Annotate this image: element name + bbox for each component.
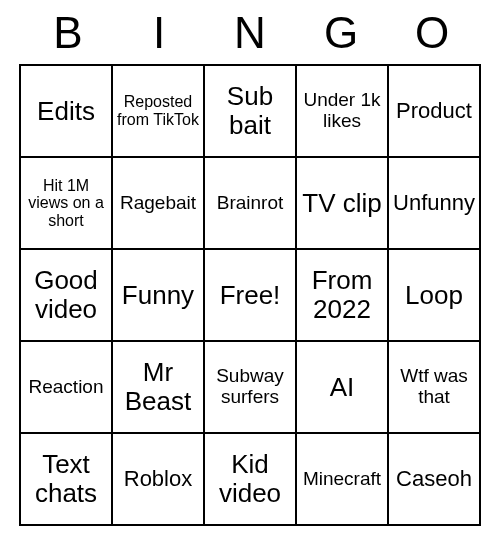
bingo-cell[interactable]: Subway surfers [204,341,296,433]
header-letter: B [38,8,98,58]
bingo-cell[interactable]: Edits [20,65,112,157]
bingo-cell-free[interactable]: Free! [204,249,296,341]
bingo-cell[interactable]: Reposted from TikTok [112,65,204,157]
bingo-cell[interactable]: Sub bait [204,65,296,157]
bingo-cell[interactable]: From 2022 [296,249,388,341]
bingo-cell[interactable]: Minecraft [296,433,388,525]
bingo-cell[interactable]: Hit 1M views on a short [20,157,112,249]
bingo-cell[interactable]: Caseoh [388,433,480,525]
bingo-header: B I N G O [20,8,480,64]
bingo-cell[interactable]: Loop [388,249,480,341]
header-letter: O [402,8,462,58]
bingo-cell[interactable]: Unfunny [388,157,480,249]
bingo-cell[interactable]: Funny [112,249,204,341]
bingo-cell[interactable]: Mr Beast [112,341,204,433]
bingo-cell[interactable]: Reaction [20,341,112,433]
bingo-cell[interactable]: Roblox [112,433,204,525]
header-letter: I [129,8,189,58]
bingo-cell[interactable]: Brainrot [204,157,296,249]
bingo-cell[interactable]: Ragebait [112,157,204,249]
bingo-cell[interactable]: Kid video [204,433,296,525]
bingo-cell[interactable]: Under 1k likes [296,65,388,157]
bingo-cell[interactable]: Wtf was that [388,341,480,433]
bingo-cell[interactable]: Text chats [20,433,112,525]
bingo-cell[interactable]: AI [296,341,388,433]
header-letter: G [311,8,371,58]
bingo-cell[interactable]: TV clip [296,157,388,249]
header-letter: N [220,8,280,58]
bingo-grid: Edits Reposted from TikTok Sub bait Unde… [19,64,481,526]
bingo-cell[interactable]: Product [388,65,480,157]
bingo-cell[interactable]: Good video [20,249,112,341]
